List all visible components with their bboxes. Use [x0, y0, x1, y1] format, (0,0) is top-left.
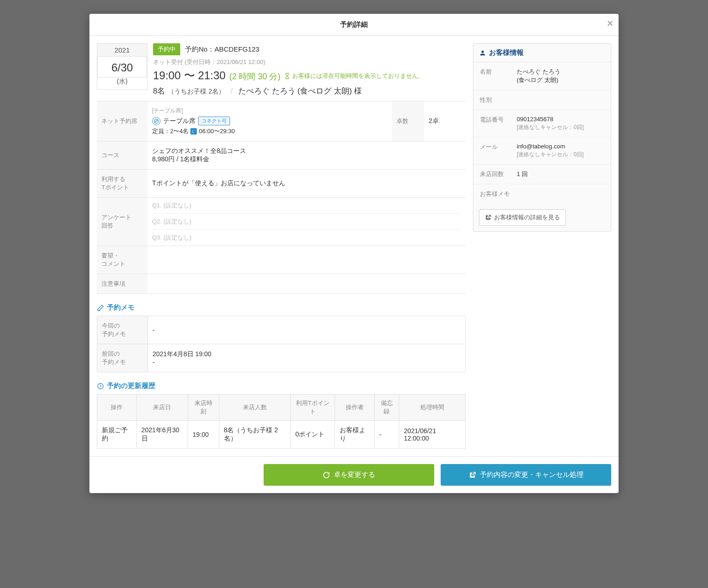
- date-month-day: 6/30: [97, 56, 147, 77]
- refresh-icon: [323, 471, 330, 479]
- cell-survey: Q1. (設定なし) Q2. (設定なし) Q3. (設定なし): [148, 198, 466, 246]
- cust-gender: [517, 96, 604, 104]
- duration: (2 時間 30 分): [229, 71, 280, 82]
- external-icon: [485, 214, 491, 221]
- label-request: 要望・ コメント: [97, 246, 148, 274]
- cust-name-sub: (食べログ 太朗): [517, 76, 604, 84]
- close-icon[interactable]: ×: [607, 18, 613, 29]
- change-table-button[interactable]: 卓を変更する: [264, 464, 434, 486]
- history-row: 新規ご予約 2021年6月30日 19:00 8名（うちお子様 2名） 0ポイン…: [97, 421, 466, 449]
- seat-type: テーブル席: [163, 117, 195, 125]
- modal-title: 予約詳細: [340, 20, 368, 28]
- reservation-detail-modal: 予約詳細 × 2021 6/30 (水) 予約中 予約No：ABCDEFG123: [89, 14, 619, 493]
- label-cust-gender: 性別: [480, 96, 517, 104]
- party-name: たべろぐ たろう (食べログ 太朗) 様: [238, 86, 362, 96]
- seat-category: [テーブル席]: [152, 107, 387, 115]
- customer-panel: お客様情報 名前 たべろぐ たろう (食べログ 太朗) 性別 電話番号: [473, 43, 611, 232]
- label-notes: 注意事項: [97, 274, 148, 294]
- date-box: 2021 6/30 (水): [97, 43, 148, 96]
- edit-cancel-button[interactable]: 予約内容の変更・キャンセル処理: [441, 464, 611, 486]
- history-section-header: 予約の更新履歴: [97, 382, 466, 390]
- cell-prev-memo: 2021年4月8日 19:00 -: [148, 344, 466, 372]
- time-range: 19:00 〜 21:30: [153, 68, 225, 83]
- date-day-of-week: (水): [97, 77, 147, 89]
- external-icon: [469, 471, 476, 479]
- party-child-count: （うちお子様 2名）: [168, 88, 225, 96]
- stay-warning: お客様には滞在可能時間を表示しておりません。: [284, 72, 424, 80]
- label-cust-memo: お客様メモ: [480, 190, 517, 198]
- label-cust-name: 名前: [480, 68, 517, 84]
- survey-q2: Q2. (設定なし): [152, 214, 461, 230]
- cust-phone-sub: [連絡なしキャンセル：0回]: [517, 123, 604, 131]
- cust-phone: 09012345678: [517, 116, 604, 123]
- label-cust-email: メール: [480, 143, 517, 159]
- cell-course: シェフのオススメ！全8品コース 8,980円 / 1名様料金: [148, 141, 466, 170]
- reservation-number: 予約No：ABCDEFG123: [185, 45, 260, 54]
- hourglass-icon: [284, 73, 290, 79]
- survey-q1: Q1. (設定なし): [152, 198, 461, 214]
- cust-memo: [517, 190, 604, 198]
- cell-this-memo: -: [148, 316, 466, 344]
- net-accept-line: ネット受付 (受付日時：2021/06/21 12:00): [153, 58, 466, 66]
- label-net-seat: ネット予約席: [97, 101, 148, 141]
- clock-icon: [97, 382, 104, 390]
- cell-notes: [148, 274, 466, 294]
- label-survey: アンケート 回答: [97, 198, 148, 246]
- label-cust-visits: 来店回数: [480, 170, 517, 178]
- customer-detail-button[interactable]: お客様情報の詳細を見る: [479, 209, 566, 226]
- survey-q3: Q3. (設定なし): [152, 230, 461, 246]
- cust-name: たべろぐ たろう: [517, 68, 604, 76]
- no-smoking-icon: [152, 117, 160, 125]
- cell-request: [148, 246, 466, 274]
- label-tpoint: 利用する Tポイント: [97, 170, 148, 198]
- history-header-row: 操作 来店日 来店時刻 来店人数 利用Tポイント 操作者 備忘録 処理時間: [97, 394, 466, 421]
- label-this-memo: 今回の 予約メモ: [97, 316, 148, 344]
- connect-chip: コネクト可: [198, 117, 230, 125]
- cust-visits: 1 回: [517, 170, 604, 178]
- label-table-count: 卓数: [392, 101, 424, 141]
- customer-panel-header: お客様情報: [473, 44, 611, 62]
- cell-net-seat: [テーブル席] テーブル席 コネクト可 定員：2〜4名 ☾ 06:00〜29:3…: [148, 101, 392, 141]
- date-year: 2021: [97, 43, 148, 56]
- label-course: コース: [97, 141, 148, 170]
- cell-tpoint: Tポイントが「使える」お店になっていません: [148, 170, 466, 198]
- seat-capacity: 定員：2〜4名: [152, 127, 189, 135]
- status-badge: 予約中: [153, 43, 180, 55]
- party-count: 8名: [153, 86, 165, 96]
- label-cust-phone: 電話番号: [480, 116, 517, 131]
- cell-table-count: 2卓: [424, 101, 466, 141]
- modal-header: 予約詳細 ×: [89, 14, 619, 36]
- night-icon: ☾: [190, 128, 197, 135]
- edit-icon: [97, 304, 104, 312]
- memo-section-header: 予約メモ: [97, 303, 466, 312]
- cust-email-sub: [連絡なしキャンセル：0回]: [517, 151, 604, 159]
- cust-email: info@tabelog.com: [517, 143, 604, 150]
- person-icon: [479, 49, 486, 57]
- seat-hours: 06:00〜29:30: [199, 127, 235, 135]
- label-prev-memo: 前回の 予約メモ: [97, 344, 148, 372]
